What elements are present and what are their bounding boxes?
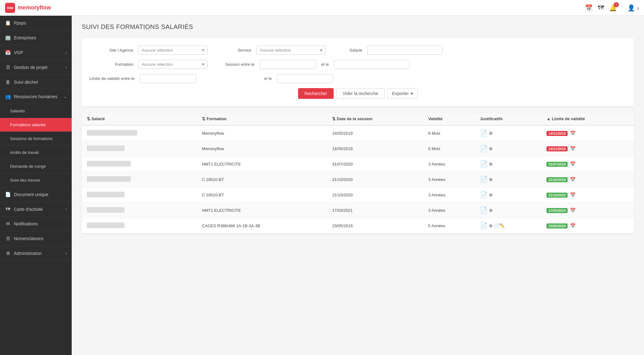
formation-label: Formation <box>89 62 133 67</box>
cell-limite-validite: 23/05/2024 📅 <box>541 218 634 234</box>
limite-from-input[interactable] <box>140 74 196 83</box>
doc-icon[interactable]: 📄 <box>480 176 488 183</box>
doc-icon[interactable]: 📄 <box>480 129 488 137</box>
sidebar-item-document-unique[interactable]: 📄 Document unique <box>0 187 72 202</box>
calendar-icon[interactable]: 📅 <box>570 131 575 136</box>
formation-select[interactable]: Aucune sélection <box>138 60 208 69</box>
cell-validite: 3 Années <box>423 156 475 172</box>
sidebar-item-suivi-heures[interactable]: Suivi des heures <box>0 173 72 187</box>
doc-add-icon[interactable]: ⊕ <box>489 208 493 213</box>
export-chevron-icon: ▾ <box>411 91 413 96</box>
doc-add-icon[interactable]: ⊕ <box>489 146 493 151</box>
sidebar-item-formations-salaries[interactable]: Formations salariés <box>0 118 72 132</box>
export-label: Exporter <box>392 91 409 96</box>
sidebar-item-label: Formations salariés <box>10 122 46 127</box>
col-formation[interactable]: ⇅ Formation <box>197 113 327 125</box>
col-date-session[interactable]: ⇅ Date de la session <box>327 113 423 125</box>
cell-validite: 6 Mois <box>423 141 475 156</box>
table-row: HMT1 ELECTRICITE 17/03/2021 3 Années 📄 ⊕… <box>82 203 634 218</box>
table-row: Memoryflow 14/05/2019 6 Mois 📄 ⊕ 14/11/2… <box>82 125 634 141</box>
limite-badge: 17/03/2024 <box>547 208 568 213</box>
doc-add-icon[interactable]: ⊕ <box>489 131 493 136</box>
cell-formation: HMT1 ELECTRICITE <box>197 156 327 172</box>
sidebar-item-notifications[interactable]: ✉ Notifications <box>0 217 72 231</box>
sidebar-item-ppsps[interactable]: 📋 Ppsps <box>0 16 72 31</box>
doc-add-icon[interactable]: ⊕ <box>489 161 493 166</box>
col-validite: Validité <box>423 113 475 125</box>
doc-icon[interactable]: 📄 <box>480 145 488 152</box>
cell-justificatifs: 📄 ⊕ <box>475 187 541 203</box>
limite-badge: 14/11/2019 <box>547 131 568 136</box>
calendar-icon[interactable]: 📅 <box>570 146 575 151</box>
doc-add-icon[interactable]: ⊕ <box>489 177 493 182</box>
cell-salarie <box>82 156 197 172</box>
main-content: SUIVI DES FORMATIONS SALARIÉS Site / Age… <box>72 16 644 355</box>
salarie-placeholder <box>87 207 125 213</box>
salarie-input[interactable] <box>367 46 443 55</box>
salarie-placeholder <box>87 130 137 136</box>
service-select[interactable]: Aucune sélection <box>256 46 325 55</box>
col-limite-validite[interactable]: ▲ Limite de validité <box>541 113 634 125</box>
et-le-label-2: et le <box>264 76 272 81</box>
sidebar-item-arrets-travail[interactable]: Arrêts de travail <box>0 146 72 160</box>
doc-icon[interactable]: 📄 <box>480 222 488 229</box>
search-button[interactable]: Rechercher <box>298 88 333 99</box>
calendar-icon[interactable]: 📅 <box>570 177 575 182</box>
sidebar-item-label: Ppsps <box>14 20 26 25</box>
sort-icon: ▲ <box>547 116 552 121</box>
ppsps-icon: 📋 <box>5 20 11 26</box>
logo-icon: mw <box>5 3 15 13</box>
sidebar-item-ressources-humaines[interactable]: 👥 Ressources humaines ⌄ <box>0 89 72 104</box>
user-icon[interactable]: 👤 › <box>627 4 639 12</box>
logo: mw memoryflow <box>5 3 51 13</box>
site-agence-select[interactable]: Aucune sélection <box>138 46 208 55</box>
sidebar-item-label: Ressources humaines <box>14 94 58 99</box>
limite-label: Limite de validité entre le <box>89 76 135 81</box>
export-button[interactable]: Exporter ▾ <box>387 88 418 99</box>
doc-icon[interactable]: 📄 <box>480 191 488 199</box>
sidebar-item-gestion-projet[interactable]: ☰ Gestion de projet › <box>0 60 72 75</box>
topbar: mw memoryflow 📅 🗺 🔔 3 👤 › <box>0 0 644 16</box>
calendar-icon[interactable]: 📅 <box>570 192 575 197</box>
sidebar-item-carte-activite[interactable]: 🗺 Carte d'activité › <box>0 202 72 217</box>
limite-to-input[interactable] <box>277 74 333 83</box>
notification-icon[interactable]: 🔔 3 <box>609 4 617 12</box>
cell-salarie <box>82 187 197 203</box>
doc-edit-icon[interactable]: 📄✏️ <box>494 223 505 228</box>
col-salarie[interactable]: ⇅ Salarié <box>82 113 197 125</box>
sidebar-item-vgp[interactable]: 📅 VGP › <box>0 45 72 60</box>
calendar-icon[interactable]: 📅 <box>585 4 593 12</box>
cell-salarie <box>82 141 197 156</box>
cell-date-session: 23/05/2019 <box>327 218 423 234</box>
cell-validite: 3 Années <box>423 187 475 203</box>
sidebar-item-entreprises[interactable]: 🏢 Entreprises <box>0 31 72 45</box>
table-row: C 18510-BT 21/10/2020 3 Années 📄 ⊕ 21/10… <box>82 187 634 203</box>
calendar-icon[interactable]: 📅 <box>570 161 575 166</box>
doc-add-icon[interactable]: ⊕ <box>489 192 493 197</box>
cell-salarie <box>82 218 197 234</box>
sidebar-item-nomenclatures[interactable]: ☰ Nomenclatures <box>0 231 72 246</box>
sidebar-item-label: Notifications <box>14 221 38 226</box>
map-icon[interactable]: 🗺 <box>598 4 604 11</box>
doc-add-icon[interactable]: ⊕ <box>489 223 493 228</box>
cell-salarie <box>82 172 197 187</box>
cell-justificatifs: 📄 ⊕ <box>475 172 541 187</box>
sidebar-item-sessions-formations[interactable]: Sessions de formations <box>0 132 72 146</box>
doc-icon[interactable]: 📄 <box>480 160 488 168</box>
calendar-icon[interactable]: 📅 <box>570 208 575 213</box>
limite-badge: 21/10/2023 <box>547 177 568 182</box>
clear-button[interactable]: Vider la recherche <box>336 88 385 99</box>
calendar-icon[interactable]: 📅 <box>570 223 575 228</box>
session-to-input[interactable] <box>334 60 409 69</box>
cell-validite: 3 Années <box>423 203 475 218</box>
sidebar-item-salaries[interactable]: Salariés <box>0 104 72 118</box>
session-from-input[interactable] <box>259 60 316 69</box>
cell-limite-validite: 14/11/2019 📅 <box>541 125 634 141</box>
sidebar-item-administration[interactable]: ⚙ Administration › <box>0 246 72 261</box>
doc-icon[interactable]: 📄 <box>480 206 488 214</box>
sidebar-item-suivi-dechet[interactable]: 🗑 Suivi déchet <box>0 75 72 89</box>
table-card: ⇅ Salarié ⇅ Formation ⇅ Date de la sessi… <box>82 113 634 234</box>
cell-date-session: 14/05/2019 <box>327 141 423 156</box>
carte-icon: 🗺 <box>5 206 11 212</box>
sidebar-item-demande-conge[interactable]: Demande de congé <box>0 160 72 173</box>
